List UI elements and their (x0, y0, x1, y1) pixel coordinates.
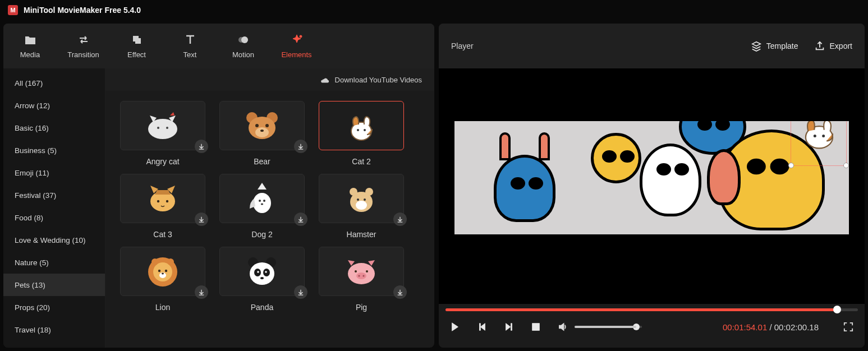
svg-point-20 (253, 193, 271, 213)
svg-point-23 (261, 203, 263, 205)
category-item[interactable]: Festival (37) (3, 184, 105, 206)
asset-thumbnail[interactable] (219, 174, 305, 223)
asset-item[interactable]: Bear (219, 101, 305, 168)
svg-point-19 (166, 200, 168, 202)
volume-control[interactable] (557, 321, 642, 333)
category-item[interactable]: Nature (5) (3, 251, 105, 274)
asset-item[interactable]: Angry cat (120, 101, 205, 168)
tab-motion[interactable]: Motion (217, 24, 270, 68)
asset-item[interactable]: Dog 2 (219, 174, 305, 241)
volume-slider[interactable] (575, 326, 642, 328)
download-button[interactable] (393, 213, 407, 226)
download-icon (198, 216, 205, 223)
asset-item[interactable]: Hamster (319, 174, 404, 241)
play-button[interactable] (449, 321, 461, 333)
category-item[interactable]: Arrow (12) (3, 94, 105, 117)
folder-icon (24, 34, 36, 46)
download-button[interactable] (195, 285, 208, 299)
category-sidebar[interactable]: All (167)Arrow (12)Basic (16)Business (5… (3, 68, 105, 348)
asset-thumbnail[interactable] (219, 101, 305, 150)
download-icon (198, 289, 205, 295)
download-button[interactable] (393, 285, 407, 299)
seek-bar[interactable] (439, 304, 865, 315)
download-icon (198, 143, 205, 150)
volume-button[interactable] (557, 321, 569, 333)
asset-thumbnail[interactable] (120, 174, 205, 223)
svg-point-32 (151, 258, 158, 265)
asset-thumbnail[interactable] (319, 174, 404, 223)
asset-item[interactable]: Pig (319, 247, 404, 314)
tab-label: Media (20, 50, 40, 59)
download-icon (397, 289, 403, 295)
app-logo-icon: M (8, 5, 18, 15)
export-button[interactable]: Export (814, 40, 852, 52)
tab-media[interactable]: Media (3, 24, 57, 68)
asset-item[interactable]: Cat 3 (120, 174, 205, 241)
main-toolbar: Media Transition Effect Text Motion Elem… (3, 24, 434, 68)
template-button[interactable]: Template (751, 40, 798, 52)
asset-thumbnail[interactable] (120, 247, 205, 296)
stack-icon (751, 40, 762, 52)
svg-point-12 (265, 124, 269, 127)
category-item[interactable]: All (167) (3, 72, 105, 94)
svg-point-51 (366, 270, 368, 273)
download-button[interactable] (294, 285, 307, 299)
category-item[interactable]: Business (5) (3, 139, 105, 161)
layers-icon (131, 34, 143, 46)
svg-point-33 (167, 258, 174, 265)
category-item[interactable]: Travel (18) (3, 318, 105, 341)
category-item[interactable]: Emoji (11) (3, 161, 105, 184)
svg-point-13 (260, 130, 264, 132)
fullscreen-icon (843, 322, 853, 332)
current-time: 00:01:54.01 (723, 322, 767, 332)
category-item[interactable]: Pets (13) (3, 274, 105, 296)
tab-effect[interactable]: Effect (110, 24, 163, 68)
asset-label: Lion (155, 303, 170, 314)
category-item[interactable]: Food (8) (3, 206, 105, 229)
next-frame-button[interactable] (503, 321, 515, 333)
download-button[interactable] (195, 213, 208, 226)
fullscreen-button[interactable] (842, 321, 855, 333)
svg-point-40 (250, 262, 274, 285)
asset-item[interactable]: Panda (219, 247, 305, 314)
cloud-icon (319, 76, 329, 84)
asset-thumbnail[interactable] (219, 247, 305, 296)
selected-sticker-bbox[interactable] (791, 121, 847, 166)
asset-item[interactable]: Cat 2 (319, 101, 404, 168)
stop-button[interactable] (530, 321, 542, 333)
category-item[interactable]: Props (20) (3, 296, 105, 318)
preview-canvas[interactable] (454, 121, 849, 234)
tab-text[interactable]: Text (163, 24, 217, 68)
asset-thumbnail[interactable] (120, 101, 205, 150)
svg-point-25 (350, 188, 357, 196)
upload-icon (814, 40, 825, 52)
asset-item[interactable]: Lion (120, 247, 205, 314)
app-title: MiniTool MovieMaker Free 5.4.0 (24, 6, 141, 15)
timecode: 00:01:54.01 / 00:02:00.18 (723, 322, 819, 332)
download-button[interactable] (294, 140, 307, 153)
asset-label: Cat 3 (153, 230, 172, 241)
download-youtube-link[interactable]: Download YouTube Videos (335, 76, 422, 84)
asset-thumbnail[interactable] (319, 247, 404, 296)
preview-viewport[interactable] (439, 68, 865, 304)
svg-point-5 (157, 127, 159, 129)
asset-thumbnail[interactable] (319, 101, 404, 150)
assets-grid: Angry catBearCat 2Cat 3Dog 2HamsterLionP… (105, 91, 434, 348)
asset-label: Dog 2 (251, 230, 272, 241)
download-button[interactable] (195, 140, 208, 153)
svg-point-28 (357, 198, 359, 201)
tab-transition[interactable]: Transition (57, 24, 110, 68)
category-item[interactable]: Basic (16) (3, 117, 105, 139)
svg-point-26 (365, 188, 373, 196)
prev-frame-button[interactable] (476, 321, 488, 333)
download-button[interactable] (294, 213, 307, 226)
svg-point-10 (255, 127, 269, 137)
tab-label: Text (183, 50, 197, 59)
svg-point-43 (257, 271, 259, 273)
swap-icon (77, 34, 90, 46)
asset-label: Hamster (347, 230, 376, 241)
tab-elements[interactable]: Elements (270, 24, 323, 68)
next-icon (504, 322, 514, 332)
svg-point-34 (158, 270, 160, 272)
category-item[interactable]: Love & Wedding (10) (3, 229, 105, 251)
